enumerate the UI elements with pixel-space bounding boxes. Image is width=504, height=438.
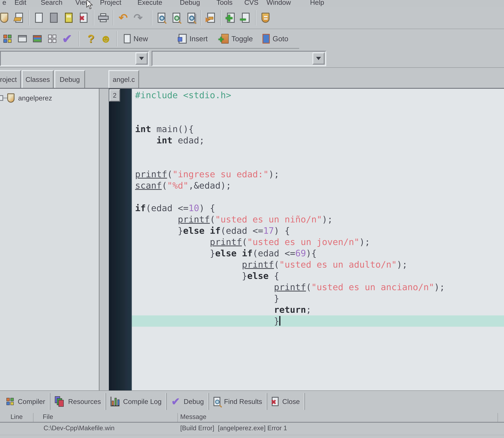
new-project-icon xyxy=(0,13,8,23)
goto-icon xyxy=(262,34,270,44)
tab-close[interactable]: ✖ Close xyxy=(267,393,305,410)
code-line: scanf("%d",&edad); xyxy=(135,180,504,191)
insert-button[interactable]: Insert xyxy=(175,30,211,48)
find-results-tab-icon xyxy=(214,397,220,406)
save-all-button[interactable] xyxy=(61,9,76,27)
code-line: return; xyxy=(135,304,504,315)
remove-from-project-button[interactable]: ━ xyxy=(238,9,253,27)
tab-find-results[interactable]: Find Results xyxy=(209,393,267,410)
menu-item-tools[interactable]: Tools xyxy=(216,0,233,6)
menu-item-help[interactable]: Help xyxy=(310,0,324,6)
error-row[interactable]: C:\Dev-Cpp\Makefile.win [Build Error] [a… xyxy=(0,424,504,434)
insert-icon xyxy=(179,34,187,44)
tab-angel-c[interactable]: angel.c xyxy=(108,70,139,88)
run-icon xyxy=(18,35,27,42)
insert-label: Insert xyxy=(190,34,208,43)
compiler-select[interactable] xyxy=(0,51,149,66)
tree-item-project[interactable]: angelperez xyxy=(0,91,52,105)
toolbar-separator xyxy=(151,10,152,25)
chevron-down-icon xyxy=(316,57,321,60)
menu-item-project[interactable]: Project xyxy=(100,0,121,6)
menu-item-search[interactable]: Search xyxy=(41,0,62,6)
close-file-icon: ✖ xyxy=(80,13,87,23)
tab-debug-bottom[interactable]: ✔ Debug xyxy=(167,393,209,410)
save-icon xyxy=(50,13,58,23)
toggle-label: Toggle xyxy=(231,34,253,43)
menu-item-file[interactable]: e xyxy=(2,0,6,6)
goto-bookmark-button[interactable]: Goto xyxy=(259,30,291,48)
project-options-icon xyxy=(261,13,269,23)
open-button[interactable] xyxy=(12,9,27,27)
error-file-cell: C:\Dev-Cpp\Makefile.win xyxy=(43,424,115,432)
column-divider[interactable] xyxy=(498,413,498,423)
run-button[interactable] xyxy=(15,30,30,48)
column-header-line[interactable]: Line xyxy=(11,413,23,420)
syntax-check-button[interactable]: ✔ xyxy=(60,30,75,48)
menu-item-edit[interactable]: Edit xyxy=(14,0,26,6)
help-button[interactable]: ? xyxy=(84,30,98,48)
menu-item-cvs[interactable]: CVS xyxy=(244,0,258,6)
compiler-tab-icon xyxy=(6,398,14,405)
undo-button[interactable]: ↶ xyxy=(116,9,131,27)
project-browser-panel: angelperez xyxy=(0,89,100,390)
tab-row: roject Classes Debug angel.c xyxy=(0,68,504,89)
code-line: printf("usted es un anciano/n"); xyxy=(135,282,504,293)
code-editor[interactable]: 2 #include <stdio.h>int main(){ int edad… xyxy=(109,89,504,390)
compile-and-run-button[interactable] xyxy=(30,30,45,48)
replace-button[interactable] xyxy=(169,9,184,27)
tab-debug[interactable]: Debug xyxy=(54,70,85,88)
new-project-button[interactable] xyxy=(0,9,12,27)
tab-compile-log[interactable]: Compile Log xyxy=(106,393,167,410)
compiler-select-dropdown-button[interactable] xyxy=(136,53,148,65)
find-button[interactable] xyxy=(154,9,169,27)
error-message-cell: [Build Error] [angelperez.exe] Error 1 xyxy=(180,424,287,432)
compile-log-tab-icon xyxy=(111,397,119,406)
toolbar-separator xyxy=(255,10,256,25)
tab-resources[interactable]: Resources xyxy=(50,393,106,410)
code-line xyxy=(135,101,504,112)
save-button[interactable] xyxy=(46,9,61,27)
add-to-project-button[interactable]: ✚ xyxy=(223,9,238,27)
toggle-bookmark-button[interactable]: Toggle xyxy=(218,30,256,48)
code-line xyxy=(135,146,504,157)
code-line: #include <stdio.h> xyxy=(135,89,504,101)
project-options-button[interactable] xyxy=(258,9,273,27)
new-item-label: New xyxy=(133,34,148,43)
rebuild-all-button[interactable] xyxy=(45,30,60,48)
code-line xyxy=(135,112,504,123)
menu-item-execute[interactable]: Execute xyxy=(138,0,162,6)
code-text[interactable]: #include <stdio.h>int main(){ int edad;p… xyxy=(132,89,504,390)
close-file-button[interactable]: ✖ xyxy=(76,9,91,27)
print-button[interactable] xyxy=(96,9,111,27)
toolbar-separator xyxy=(29,10,29,25)
code-line: if(edad <=10) { xyxy=(135,202,504,214)
main-area: angelperez 2 #include <stdio.h>int main(… xyxy=(0,89,504,390)
project-shield-icon xyxy=(7,93,14,103)
class-browser-select[interactable] xyxy=(152,51,326,66)
menu-item-window[interactable]: Window xyxy=(267,0,291,6)
column-header-message[interactable]: Message xyxy=(180,413,206,420)
code-line: } xyxy=(132,315,504,327)
new-item-button[interactable]: New xyxy=(120,30,151,48)
toolbar-separator xyxy=(201,10,202,25)
column-header-file[interactable]: File xyxy=(43,413,53,420)
class-select-dropdown-button[interactable] xyxy=(312,53,325,65)
find-in-files-button[interactable] xyxy=(184,9,199,27)
new-source-button[interactable] xyxy=(32,9,46,27)
column-divider[interactable] xyxy=(33,413,33,423)
tab-classes[interactable]: Classes xyxy=(22,70,54,88)
tab-compiler[interactable]: Compiler xyxy=(2,393,50,410)
code-line: } xyxy=(135,293,504,304)
save-all-icon xyxy=(65,13,73,23)
tab-project[interactable]: roject xyxy=(0,70,21,88)
compile-button[interactable] xyxy=(0,30,15,48)
compile-and-run-icon xyxy=(33,35,42,42)
bug-report-button[interactable]: ☻ xyxy=(98,30,113,48)
code-line: printf("ingrese su edad:"); xyxy=(135,169,504,180)
menu-item-debug[interactable]: Debug xyxy=(180,0,200,6)
column-divider[interactable] xyxy=(177,413,178,423)
redo-button[interactable]: ↷ xyxy=(131,9,146,27)
goto-line-button[interactable]: ▶ xyxy=(204,9,219,27)
tree-expander-icon[interactable] xyxy=(0,95,3,101)
replace-icon xyxy=(172,13,180,23)
